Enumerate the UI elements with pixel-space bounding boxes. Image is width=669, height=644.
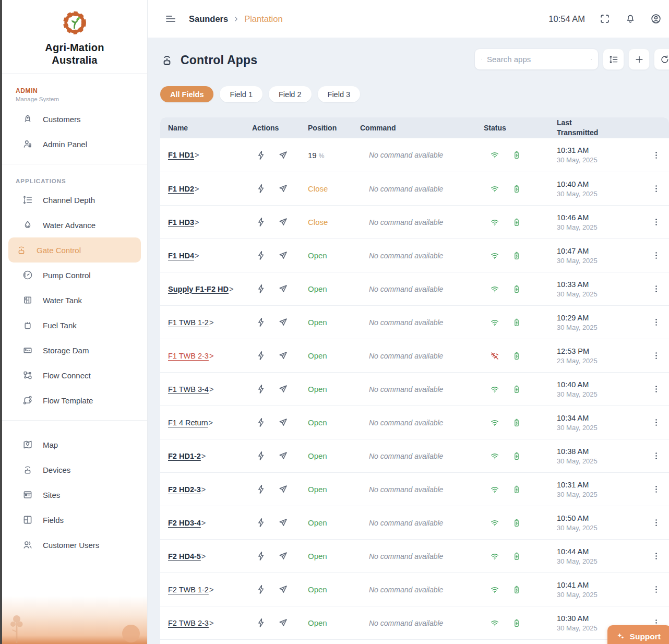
bolt-action-icon[interactable] [256, 384, 267, 395]
menu-icon[interactable] [164, 13, 177, 25]
column-header-name[interactable]: Name [160, 123, 248, 133]
column-header-position[interactable]: Position [308, 123, 360, 133]
bolt-action-icon[interactable] [256, 551, 267, 562]
bolt-action-icon[interactable] [256, 183, 267, 194]
filter-chip-all-fields[interactable]: All Fields [160, 86, 213, 102]
sidebar-item-storage-dam[interactable]: Storage Dam [8, 338, 141, 363]
app-name-link[interactable]: F1 HD3> [160, 218, 248, 226]
app-name-link[interactable]: F2 HD4-5> [160, 552, 248, 560]
row-menu-button[interactable] [649, 418, 669, 427]
column-header-command[interactable]: Command [360, 123, 484, 133]
send-action-icon[interactable] [278, 350, 289, 361]
send-action-icon[interactable] [278, 384, 289, 395]
bolt-action-icon[interactable] [256, 450, 267, 461]
sort-list-button[interactable] [603, 49, 624, 70]
sidebar-item-devices[interactable]: Devices [8, 457, 141, 482]
row-menu-button[interactable] [649, 184, 669, 194]
row-menu-button[interactable] [649, 251, 669, 260]
filter-chip-field-2[interactable]: Field 2 [269, 86, 312, 102]
row-menu-button[interactable] [649, 551, 669, 561]
bolt-action-icon[interactable] [256, 617, 267, 628]
row-menu-button[interactable] [649, 317, 669, 327]
sidebar-item-water-advance[interactable]: Water Advance [8, 212, 141, 237]
app-name-link[interactable]: F2 HD1-2> [160, 452, 248, 460]
app-name-link[interactable]: F1 HD1> [160, 151, 248, 159]
app-name-link[interactable]: F1 TWB 2-3> [160, 352, 248, 360]
row-menu-button[interactable] [649, 484, 669, 494]
sidebar-item-fields[interactable]: Fields [8, 507, 141, 532]
send-action-icon[interactable] [278, 150, 289, 161]
app-name-link[interactable]: Supply F1-F2 HD> [160, 285, 248, 293]
bolt-action-icon[interactable] [256, 484, 267, 495]
bolt-action-icon[interactable] [256, 250, 267, 261]
add-button[interactable] [628, 49, 650, 70]
filter-chip-field-1[interactable]: Field 1 [220, 86, 262, 102]
send-action-icon[interactable] [278, 617, 289, 628]
brand-logo[interactable]: Agri-Mation Australia [2, 0, 147, 74]
kebab-icon [651, 518, 661, 528]
bolt-action-icon[interactable] [256, 350, 267, 361]
bolt-action-icon[interactable] [256, 584, 267, 595]
app-name-link[interactable]: F1 HD4> [160, 252, 248, 260]
bolt-action-icon[interactable] [256, 150, 267, 161]
sidebar-item-map[interactable]: Map [8, 432, 141, 457]
row-menu-button[interactable] [649, 585, 669, 594]
sidebar-item-customer-users[interactable]: Customer Users [8, 532, 141, 557]
bolt-action-icon[interactable] [256, 283, 267, 294]
sidebar-item-fuel-tank[interactable]: Fuel Tank [8, 313, 141, 338]
bolt-action-icon[interactable] [256, 517, 267, 528]
row-menu-button[interactable] [649, 150, 669, 160]
search-input[interactable] [487, 55, 591, 64]
breadcrumb-parent[interactable]: Saunders [189, 14, 228, 24]
app-name-link[interactable]: F1 TWB 3-4> [160, 385, 248, 393]
bolt-action-icon[interactable] [256, 417, 267, 428]
sidebar-item-gate-control[interactable]: Gate Control [8, 237, 141, 263]
column-header-status[interactable]: Status [484, 123, 557, 133]
support-button[interactable]: Support [607, 625, 669, 644]
send-action-icon[interactable] [278, 450, 289, 461]
column-header-last-transmitted[interactable]: Last Transmitted [557, 118, 609, 138]
sidebar-item-water-tank[interactable]: Water Tank [8, 288, 141, 313]
account-icon[interactable] [650, 13, 662, 25]
send-action-icon[interactable] [278, 183, 289, 194]
send-action-icon[interactable] [278, 551, 289, 562]
app-name-link[interactable]: F1 HD2> [160, 185, 248, 193]
sidebar-item-flow-template[interactable]: Flow Template [8, 388, 141, 413]
chevron-right-icon [232, 15, 240, 23]
app-name-link[interactable]: F2 HD2-3> [160, 485, 248, 494]
filter-chip-field-3[interactable]: Field 3 [318, 86, 361, 102]
sidebar-item-admin-panel[interactable]: Admin Panel [8, 132, 141, 157]
app-name-link[interactable]: F1 TWB 1-2> [160, 318, 248, 327]
filter-sliders-icon[interactable] [591, 55, 592, 64]
row-menu-button[interactable] [649, 518, 669, 528]
sidebar-item-pump-control[interactable]: Pump Control [8, 263, 141, 288]
sidebar-item-channel-depth[interactable]: Channel Depth [8, 187, 141, 212]
app-name-link[interactable]: F1 4 Return> [160, 419, 248, 427]
bolt-action-icon[interactable] [256, 217, 267, 228]
send-action-icon[interactable] [278, 250, 289, 261]
sidebar-item-flow-connect[interactable]: Flow Connect [8, 363, 141, 388]
send-action-icon[interactable] [278, 217, 289, 228]
send-action-icon[interactable] [278, 584, 289, 595]
bolt-action-icon[interactable] [256, 317, 267, 328]
app-name-link[interactable]: F2 TWB 2-3> [160, 619, 248, 627]
notifications-bell-icon[interactable] [625, 13, 636, 25]
column-header-actions[interactable]: Actions [248, 123, 308, 133]
sidebar-item-sites[interactable]: Sites [8, 482, 141, 507]
fullscreen-icon[interactable] [599, 13, 611, 25]
sidebar-item-customers[interactable]: Customers [8, 106, 141, 132]
row-menu-button[interactable] [649, 217, 669, 227]
send-action-icon[interactable] [278, 283, 289, 294]
send-action-icon[interactable] [278, 317, 289, 328]
row-menu-button[interactable] [649, 451, 669, 461]
row-menu-button[interactable] [649, 284, 669, 294]
row-menu-button[interactable] [649, 384, 669, 394]
app-name-link[interactable]: F2 TWB 1-2> [160, 586, 248, 594]
breadcrumb-current[interactable]: Plantation [244, 14, 282, 24]
app-name-link[interactable]: F2 HD3-4> [160, 519, 248, 527]
send-action-icon[interactable] [278, 417, 289, 428]
send-action-icon[interactable] [278, 517, 289, 528]
send-action-icon[interactable] [278, 484, 289, 495]
row-menu-button[interactable] [649, 351, 669, 361]
refresh-button[interactable] [654, 49, 669, 70]
